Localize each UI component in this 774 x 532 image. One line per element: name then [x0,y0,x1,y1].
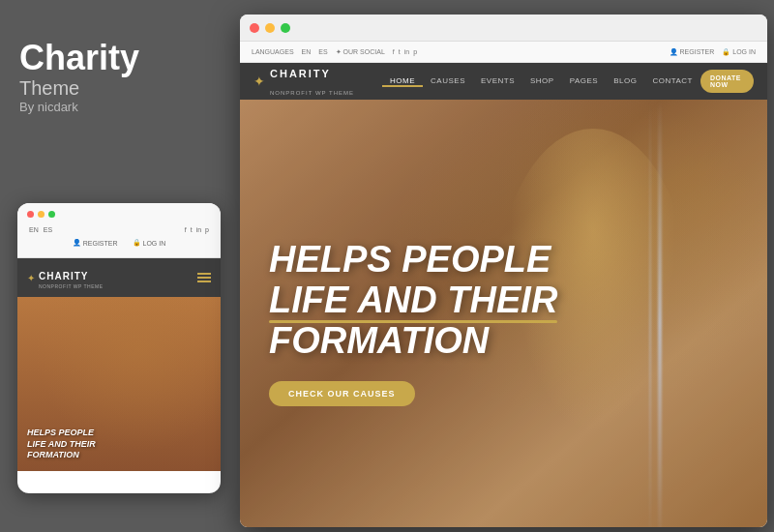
mobile-social-bar: EN ES f t in p [27,223,211,236]
cta-button[interactable]: CHECK OUR CAUSES [269,381,415,406]
mobile-dots [27,211,211,218]
tw-icon[interactable]: t [399,48,401,55]
mobile-social-icons: f t in p [185,226,209,233]
pinterest-icon[interactable]: p [205,226,209,233]
nav-blog[interactable]: BLOG [606,76,644,87]
nav-pages[interactable]: PAGES [562,76,606,87]
nav-logo-icon: ✦ [253,74,265,89]
desktop-top-left: LANGUAGES EN ES ✦ OUR SOCIAL f t in p [252,48,417,56]
mobile-hero: HELPS PEOPLE LIFE AND THEIR FORMATION [17,297,221,471]
en-link[interactable]: EN [302,48,312,55]
desktop-hero-content: HELPS PEOPLE LIFE AND THEIR FORMATION CH… [240,201,586,444]
mobile-dot-green [48,211,55,218]
social-label: ✦ OUR SOCIAL [336,48,385,56]
minimize-button[interactable] [265,23,275,33]
desktop-top-bar: LANGUAGES EN ES ✦ OUR SOCIAL f t in p 👤 … [240,42,767,63]
mobile-hero-text: HELPS PEOPLE LIFE AND THEIR FORMATION [27,428,96,461]
hero-line3: FORMATION [269,321,557,362]
mobile-dot-red [27,211,34,218]
nav-causes[interactable]: CAUSES [423,76,473,87]
twitter-icon[interactable]: t [191,226,193,233]
in-icon[interactable]: in [404,48,409,55]
lock-icon: 🔒 [133,239,141,247]
theme-author: By nicdark [19,100,218,114]
desktop-nav-logo: ✦ CHARITY NONPROFIT WP THEME [253,64,363,99]
mobile-lang-links: EN ES [29,226,52,233]
desktop-titlebar [240,15,767,42]
languages-link[interactable]: LANGUAGES [252,48,294,55]
register-link[interactable]: 👤 REGISTER [670,48,715,56]
maximize-button[interactable] [281,23,290,33]
mobile-navbar: ✦ CHARITY NONPROFIT WP THEME [17,258,221,297]
es-link[interactable]: ES [318,48,327,55]
mobile-logo-icon: ✦ [27,273,35,283]
facebook-icon[interactable]: f [185,226,187,233]
mobile-top-bar: EN ES f t in p 👤 REGISTER 🔒 LOG IN [17,203,221,258]
nav-contact[interactable]: CONTACT [644,76,700,87]
desktop-mockup: LANGUAGES EN ES ✦ OUR SOCIAL f t in p 👤 … [240,15,767,527]
mobile-mockup: EN ES f t in p 👤 REGISTER 🔒 LOG IN [17,203,221,493]
left-panel: Charity Theme By nicdark EN ES f t in p [0,0,237,532]
close-button[interactable] [250,23,259,33]
pin-icon[interactable]: p [413,48,417,55]
desktop-hero-title: HELPS PEOPLE LIFE AND THEIR FORMATION [269,240,557,361]
mobile-dot-yellow [38,211,45,218]
nav-home[interactable]: HOME [382,76,423,87]
hero-line2: LIFE AND THEIR [269,281,557,321]
linkedin-icon[interactable]: in [196,226,201,233]
nav-shop[interactable]: SHOP [522,76,562,87]
desktop-hero: HELPS PEOPLE LIFE AND THEIR FORMATION CH… [240,100,767,527]
nav-events[interactable]: EVENTS [473,76,522,87]
mobile-auth-bar: 👤 REGISTER 🔒 LOG IN [27,236,211,250]
mobile-hamburger[interactable] [197,273,211,282]
desktop-top-right: 👤 REGISTER 🔒 LOG IN [670,48,756,56]
mobile-logo: ✦ CHARITY NONPROFIT WP THEME [27,266,104,289]
desktop-nav-items: HOME CAUSES EVENTS SHOP PAGES BLOG CONTA… [382,76,700,87]
user-icon: 👤 [73,239,81,247]
login-link[interactable]: 🔒 LOG IN [722,48,756,56]
fb-icon[interactable]: f [393,48,395,55]
desktop-social-icons: f t in p [393,48,417,55]
desktop-navbar: ✦ CHARITY NONPROFIT WP THEME HOME CAUSES… [240,63,767,100]
donate-button[interactable]: DONATE NOW [700,70,754,93]
theme-title: Charity Theme [19,39,218,100]
hero-line1: HELPS PEOPLE [269,240,557,281]
